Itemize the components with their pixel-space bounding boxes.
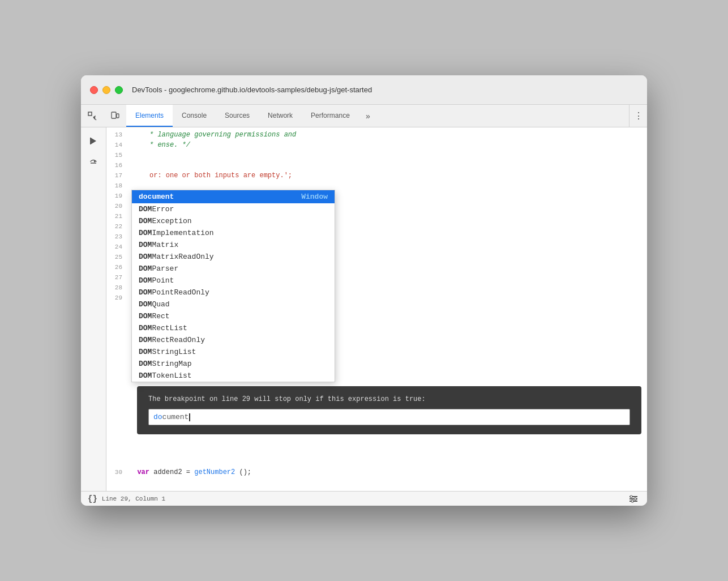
breakpoint-input-text: document <box>153 413 190 421</box>
code-area: 13 * language governing permissions and … <box>106 127 647 491</box>
input-typed-portion: do <box>153 413 162 421</box>
close-button[interactable] <box>90 86 98 94</box>
autocomplete-item-8[interactable]: DOMQuad <box>132 298 335 310</box>
text-cursor <box>189 413 190 421</box>
code-line-13: 13 * language governing permissions and <box>106 130 647 140</box>
svg-rect-1 <box>112 112 116 118</box>
autocomplete-item-14[interactable]: DOMTokenList <box>132 370 335 382</box>
maximize-button[interactable] <box>115 86 123 94</box>
code-line-30: 30 var addend2 = getNumber2 (); <box>106 468 647 476</box>
autocomplete-item-1[interactable]: DOMException <box>132 215 335 227</box>
status-position: Line 29, Column 1 <box>102 495 165 502</box>
breakpoint-message: The breakpoint on line 29 will stop only… <box>148 395 426 403</box>
svg-rect-2 <box>117 114 119 118</box>
tabs-overflow-button[interactable]: » <box>359 105 377 127</box>
autocomplete-item-12[interactable]: DOMStringList <box>132 346 335 358</box>
autocomplete-item-0[interactable]: DOMError <box>132 203 335 215</box>
tabs-bar: Elements Console Sources Network Perform… <box>81 105 647 127</box>
devtools-container: Elements Console Sources Network Perform… <box>81 105 647 506</box>
status-bar: {} Line 29, Column 1 <box>81 491 647 506</box>
input-autocomplete-portion: cument <box>162 413 189 421</box>
autocomplete-selected-item[interactable]: document Window <box>132 190 335 203</box>
code-line-16: 16 <box>106 160 647 170</box>
devtools-more-button[interactable]: ⋮ <box>629 105 647 127</box>
svg-point-10 <box>630 495 632 498</box>
autocomplete-item-3[interactable]: DOMMatrix <box>132 239 335 251</box>
autocomplete-selected-type: Window <box>301 193 328 201</box>
device-toolbar-icon[interactable] <box>104 105 126 127</box>
tab-console[interactable]: Console <box>173 105 216 127</box>
code-line-14: 14 * ense. */ <box>106 140 647 150</box>
svg-point-12 <box>631 500 633 502</box>
resume-button[interactable] <box>84 132 102 150</box>
tab-performance[interactable]: Performance <box>302 105 359 127</box>
breakpoint-tooltip: The breakpoint on line 29 will stop only… <box>137 386 641 434</box>
autocomplete-selected-label: document <box>139 193 174 201</box>
autocomplete-item-5[interactable]: DOMParser <box>132 263 335 275</box>
autocomplete-item-7[interactable]: DOMPointReadOnly <box>132 287 335 298</box>
format-braces-icon[interactable]: {} <box>88 494 97 503</box>
inspect-element-icon[interactable] <box>81 105 104 127</box>
tab-elements[interactable]: Elements <box>126 105 173 127</box>
svg-rect-4 <box>90 138 91 144</box>
autocomplete-item-4[interactable]: DOMMatrixReadOnly <box>132 251 335 263</box>
autocomplete-dropdown: document Window DOMError DOMException DO… <box>131 190 335 382</box>
autocomplete-item-10[interactable]: DOMRectList <box>132 322 335 334</box>
tab-network[interactable]: Network <box>259 105 302 127</box>
step-over-button[interactable] <box>84 152 102 170</box>
autocomplete-item-13[interactable]: DOMStringMap <box>132 358 335 370</box>
status-right <box>627 492 640 506</box>
svg-rect-0 <box>88 112 92 116</box>
title-bar: DevTools - googlechrome.github.io/devtoo… <box>81 75 647 105</box>
autocomplete-item-6[interactable]: DOMPoint <box>132 275 335 287</box>
sidebar <box>81 127 106 491</box>
status-left: {} Line 29, Column 1 <box>88 494 165 503</box>
breakpoint-input-wrap[interactable]: document <box>148 409 630 425</box>
code-line-17: 17 or: one or both inputs are empty.'; <box>106 170 647 181</box>
window-title: DevTools - googlechrome.github.io/devtoo… <box>132 86 372 94</box>
settings-icon[interactable] <box>627 492 640 506</box>
traffic-lights <box>90 86 123 94</box>
autocomplete-item-9[interactable]: DOMRect <box>132 310 335 322</box>
autocomplete-item-11[interactable]: DOMRectReadOnly <box>132 334 335 346</box>
devtools-window: DevTools - googlechrome.github.io/devtoo… <box>81 75 647 506</box>
autocomplete-item-2[interactable]: DOMImplementation <box>132 227 335 239</box>
minimize-button[interactable] <box>102 86 110 94</box>
main-area: 13 * language governing permissions and … <box>81 127 647 491</box>
tab-sources[interactable]: Sources <box>216 105 259 127</box>
svg-marker-3 <box>91 138 96 144</box>
svg-point-11 <box>634 498 636 500</box>
code-line-15: 15 <box>106 150 647 160</box>
